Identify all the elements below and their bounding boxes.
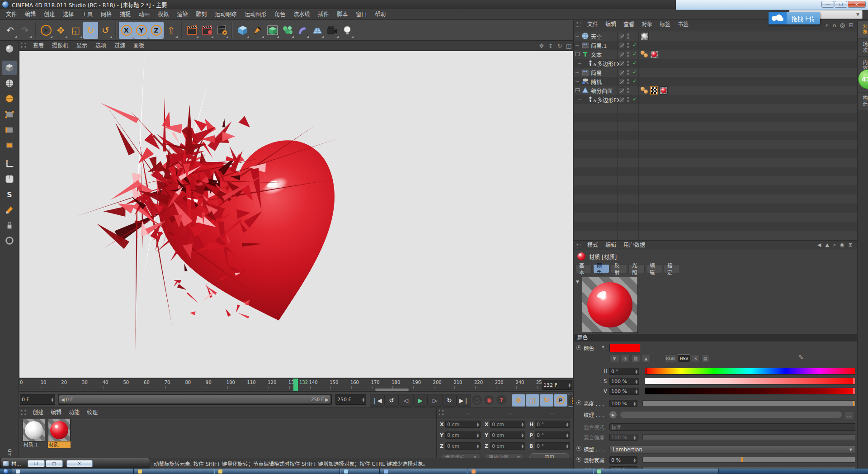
render-settings-button[interactable]	[214, 22, 229, 39]
editor-visibility-dot[interactable]	[627, 79, 629, 81]
diffuse-falloff-value[interactable]: 0 %▲▼	[609, 456, 637, 464]
taskbar-item-1[interactable]	[12, 469, 134, 474]
main-menu-16[interactable]: 插件	[314, 9, 333, 20]
lock-y-axis-button[interactable]: Y	[134, 22, 149, 39]
main-menu-3[interactable]: 创建	[40, 9, 59, 20]
spectrum-picker-button[interactable]: ▨	[631, 355, 640, 362]
lock-x-axis-button[interactable]: X	[119, 22, 134, 39]
taskbar-item-3[interactable]	[214, 469, 340, 474]
stepper-icon[interactable]: ▲▼	[51, 397, 53, 402]
stepper-icon[interactable]: ▲▼	[476, 444, 479, 448]
object-label[interactable]: 简易	[591, 69, 602, 76]
texture-tag-red[interactable]	[660, 86, 668, 95]
enabled-check-icon[interactable]: ✓	[632, 60, 637, 66]
object-row-简易[interactable]: 简易✓	[574, 68, 857, 77]
material-item[interactable]: 材质	[48, 419, 71, 448]
minimized-window-bar[interactable]: 材... ❐ □ ✕	[0, 458, 150, 469]
play-backwards-button[interactable]: ↺	[384, 394, 399, 407]
stepper-icon[interactable]: ▲▼	[476, 422, 479, 427]
current-frame-spinner[interactable]: 132 F▲▼	[542, 380, 572, 390]
main-menu-13[interactable]: 运动图形	[241, 9, 270, 20]
viewport-zoom-icon[interactable]: ↕	[547, 42, 554, 49]
material-manager-menu-3[interactable]: 功能	[65, 408, 83, 417]
viewport-rotate-icon[interactable]: ↻	[556, 42, 563, 49]
editor-visibility-dot[interactable]	[627, 97, 629, 99]
visibility-toggle[interactable]	[619, 33, 625, 39]
main-menu-18[interactable]: 窗口	[352, 9, 371, 20]
editor-visibility-dot[interactable]	[627, 33, 629, 36]
key-parameter-button[interactable]: P	[554, 394, 567, 407]
preview-collapse-icon[interactable]: ▼	[576, 280, 579, 284]
tab-基本[interactable]: 基本	[576, 264, 592, 273]
hsv-mode-button[interactable]: HSV	[678, 355, 690, 362]
enable-snap-tool[interactable]: S	[2, 187, 17, 202]
mograph-cache-tag[interactable]	[641, 87, 649, 94]
object-label[interactable]: 文本	[591, 51, 602, 58]
compact-picker-button[interactable]: ▼	[609, 355, 619, 362]
range-slider-track[interactable]: ◀ 0 F250 F ▶	[59, 395, 330, 403]
lock-z-axis-button[interactable]: Z	[149, 22, 164, 39]
play-button[interactable]: ▶	[413, 394, 428, 407]
main-menu-17[interactable]: 脚本	[333, 9, 352, 20]
visibility-toggle[interactable]	[619, 60, 625, 66]
diffuse-falloff-slider[interactable]	[642, 457, 855, 463]
material-name[interactable]: 材质.1	[23, 441, 45, 448]
lock-workplane-tool[interactable]	[2, 218, 17, 232]
material-manager-menu-1[interactable]: 创建	[29, 408, 47, 417]
record-ghost-button[interactable]: ◌	[472, 395, 482, 405]
object-row-细分曲面[interactable]: −细分曲面	[574, 86, 857, 95]
main-menu-10[interactable]: 渲染	[173, 9, 192, 20]
start-button[interactable]	[0, 469, 12, 474]
add-spline-button[interactable]	[250, 22, 265, 39]
coordinate-field[interactable]: 0 cm▲▼	[445, 421, 481, 428]
render-picture-viewer-button[interactable]	[199, 22, 214, 39]
viewport-grip-icon[interactable]	[21, 43, 26, 48]
mini-close-button[interactable]: ✕	[66, 460, 93, 467]
panel-grip-icon[interactable]	[576, 242, 581, 248]
loop-button[interactable]: ↻	[442, 394, 457, 407]
stepper-icon[interactable]: ▲▼	[635, 379, 637, 384]
stepper-icon[interactable]: ▲▼	[362, 397, 364, 402]
object-manager-menu-5[interactable]: 标签	[656, 20, 674, 29]
coordinate-field[interactable]: 0 cm▲▼	[490, 421, 525, 428]
visibility-toggle[interactable]	[619, 51, 625, 57]
taskbar-item-2[interactable]	[134, 469, 214, 474]
object-row-多边形FX[interactable]: fx多边形FX✓	[574, 95, 857, 104]
add-deformer-button[interactable]	[295, 22, 310, 39]
key-scale-button[interactable]: ◱	[526, 394, 539, 407]
taskbar-item-5[interactable]	[380, 469, 467, 474]
main-menu-6[interactable]: 网格	[97, 9, 116, 20]
add-mograph-button[interactable]	[280, 22, 295, 39]
stepper-icon[interactable]: ▲▼	[635, 369, 637, 374]
row-radio[interactable]	[576, 457, 581, 462]
timeline-range-slider[interactable]: ◀ 0 F250 F ▶	[58, 394, 332, 405]
range-start-spinner[interactable]: 0 F▲▼	[20, 394, 55, 405]
render-visibility-dot[interactable]	[627, 55, 629, 57]
goto-start-button[interactable]: ❘◀	[370, 394, 384, 407]
mograph-cache-tag[interactable]	[641, 51, 649, 58]
stepper-icon[interactable]: ▲▼	[521, 433, 524, 437]
image-picker-button[interactable]: ▲	[642, 355, 651, 362]
tab-编辑[interactable]: 编辑	[646, 264, 662, 273]
stepper-icon[interactable]: ▲▼	[566, 422, 568, 427]
enabled-check-icon[interactable]: ✓	[632, 78, 637, 84]
main-menu-1[interactable]: 文件	[2, 9, 21, 20]
viewport-menu-6[interactable]: 面板	[129, 41, 148, 51]
texture-browse-button[interactable]: …	[844, 411, 854, 419]
object-label[interactable]: 天空	[591, 33, 602, 40]
brightness-slider[interactable]	[642, 400, 855, 406]
main-menu-19[interactable]: 帮助	[371, 9, 390, 20]
visibility-toggle[interactable]	[619, 69, 625, 75]
material-item[interactable]: 材质.1	[23, 419, 45, 448]
dock-tab-对象[interactable]: 对象	[858, 21, 868, 38]
object-manager-menu-4[interactable]: 对象	[638, 20, 656, 29]
coordinate-field[interactable]: 0 cm▲▼	[490, 442, 525, 450]
last-tool-button[interactable]: ↺	[98, 22, 113, 39]
convert-object-tool[interactable]	[2, 42, 17, 56]
slider-handle[interactable]	[741, 457, 743, 462]
shading-model-dropdown[interactable]: Lambertian▼	[609, 446, 855, 454]
object-manager-menu-6[interactable]: 书签	[674, 20, 692, 29]
om-home-icon[interactable]: ⌂	[832, 21, 836, 28]
am-search-icon[interactable]: ⌕	[833, 242, 836, 248]
rotate-ring-tool[interactable]	[2, 233, 17, 248]
